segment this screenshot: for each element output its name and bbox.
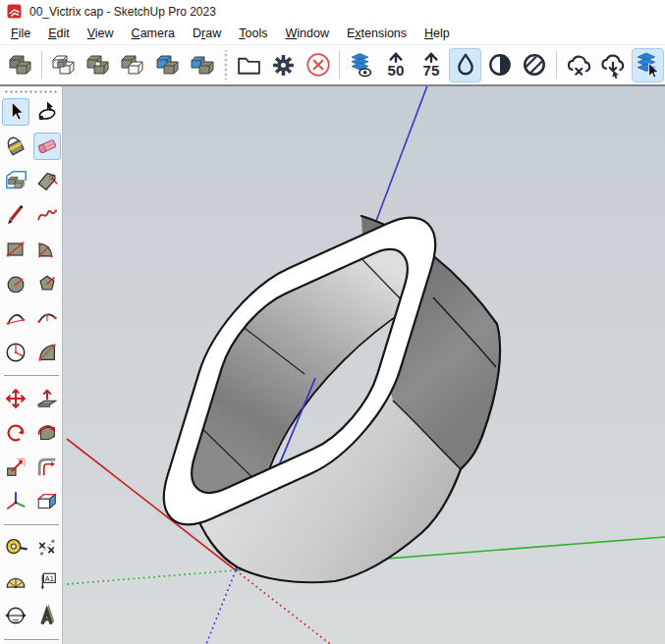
layers-select-button[interactable] (632, 48, 664, 82)
style-drop-button[interactable] (449, 48, 481, 82)
filled-arc-icon (35, 341, 59, 364)
paint-bucket-icon (4, 134, 28, 158)
tool-arc-3pt[interactable] (33, 304, 61, 332)
tool-push-pull[interactable] (33, 385, 61, 412)
arc-2pt-icon (4, 306, 28, 330)
palette-separator (4, 375, 59, 376)
tool-rotated-rectangle[interactable] (33, 236, 61, 263)
tool-guide-points[interactable] (33, 534, 61, 562)
tool-3d-text[interactable] (33, 603, 61, 630)
svg-text:75: 75 (422, 62, 439, 79)
menu-window[interactable]: Window (276, 25, 337, 42)
toolbar-grip[interactable] (223, 50, 229, 80)
intersect-button[interactable] (47, 48, 80, 82)
union-button[interactable] (83, 48, 115, 82)
tool-eraser[interactable] (33, 133, 61, 160)
layers-pointer-icon (634, 51, 661, 79)
toolbar-separator (339, 51, 340, 79)
trim-button[interactable] (151, 48, 184, 82)
make-component-icon (4, 169, 28, 192)
tool-freehand[interactable] (33, 201, 61, 229)
tool-offset[interactable] (33, 454, 61, 481)
transparency-75-button[interactable]: 75 (415, 48, 447, 82)
tool-make-component[interactable] (2, 167, 29, 194)
sketchup-window: 00_Victrix cap - SketchUp Pro 2023 File … (0, 0, 665, 644)
tool-tape-measure[interactable] (2, 534, 29, 562)
union-icon (85, 52, 111, 78)
tool-rectangle[interactable] (2, 236, 29, 263)
tool-line[interactable] (2, 201, 29, 229)
subtract-button[interactable] (117, 48, 149, 82)
contrast-drop-icon (486, 51, 514, 79)
tool-rotate[interactable] (2, 419, 29, 447)
transparency-50-button[interactable]: 50 (380, 48, 413, 82)
rotate-icon (4, 421, 28, 445)
palette-separator (4, 524, 59, 525)
split-icon (190, 52, 215, 78)
folder-icon (236, 52, 262, 79)
pie-icon (4, 341, 28, 364)
guide-points-icon (35, 536, 59, 560)
tool-palette: A1 (0, 86, 63, 644)
cloud-download-button[interactable] (596, 48, 629, 82)
tool-filled-arc[interactable] (33, 339, 61, 366)
cloud-x-icon (565, 51, 592, 79)
main-toolbar: 50 75 (0, 45, 665, 86)
freehand-icon (35, 203, 59, 227)
pencil-icon (4, 203, 28, 227)
arc-3pt-icon (35, 306, 59, 330)
tool-follow-me[interactable] (33, 419, 61, 447)
style-contrast-button[interactable] (483, 48, 516, 82)
menu-view[interactable]: View (79, 25, 123, 42)
viewport[interactable] (63, 86, 665, 644)
style-hatch-button[interactable] (519, 48, 551, 82)
rectangle-icon (4, 238, 28, 261)
protractor-icon (4, 570, 28, 594)
push-pull-icon (35, 387, 59, 410)
tool-section-box[interactable] (33, 488, 61, 515)
scale-icon (4, 456, 28, 479)
tool-lasso[interactable] (33, 98, 61, 126)
cloud-download-icon (599, 51, 627, 79)
eraser-icon (35, 134, 59, 158)
outer-shell-button[interactable] (4, 48, 36, 82)
menu-help[interactable]: Help (416, 25, 459, 42)
tool-circle[interactable] (2, 270, 29, 297)
menu-tools[interactable]: Tools (230, 25, 276, 42)
tool-text[interactable]: A1 (33, 568, 61, 596)
tool-tag[interactable] (33, 167, 61, 194)
tool-move[interactable] (2, 385, 29, 412)
tool-protractor[interactable] (2, 568, 29, 596)
settings-button[interactable] (267, 48, 300, 82)
circle-icon (4, 272, 28, 295)
tool-select[interactable] (2, 98, 29, 126)
menu-extensions[interactable]: Extensions (338, 25, 416, 42)
menu-camera[interactable]: Camera (123, 25, 184, 42)
hatched-circle-icon (521, 51, 548, 79)
tool-polygon[interactable] (33, 270, 61, 297)
axes-icon (4, 490, 28, 513)
tool-dimension[interactable] (2, 603, 29, 630)
tool-arc-2pt[interactable] (2, 304, 29, 332)
tool-paint-bucket[interactable] (2, 133, 29, 160)
viewport-canvas[interactable] (63, 86, 665, 644)
gear-icon (270, 52, 297, 79)
follow-me-icon (35, 421, 59, 445)
menu-draw[interactable]: Draw (184, 25, 230, 42)
title-bar: 00_Victrix cap - SketchUp Pro 2023 (0, 0, 665, 23)
split-button[interactable] (186, 48, 218, 82)
menu-edit[interactable]: Edit (39, 25, 79, 42)
layers-visibility-button[interactable] (345, 48, 377, 82)
menu-file[interactable]: File (2, 25, 39, 42)
close-button[interactable] (302, 48, 334, 82)
dimension-icon (4, 605, 28, 628)
move-icon (4, 387, 28, 410)
svg-text:50: 50 (388, 62, 405, 79)
open-button[interactable] (232, 48, 264, 82)
tool-axes[interactable] (2, 488, 29, 515)
text-icon: A1 (35, 570, 59, 594)
palette-grip[interactable] (4, 89, 58, 95)
tool-pie[interactable] (2, 339, 29, 366)
tool-scale[interactable] (2, 454, 29, 481)
cloud-disconnect-button[interactable] (562, 48, 594, 82)
